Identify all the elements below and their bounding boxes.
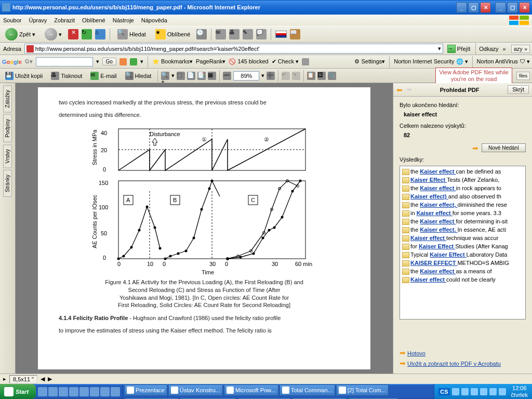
go-button[interactable]: →Přejít [445,45,473,53]
dropdown-icon[interactable]: ▾ [438,45,441,52]
links-chevron-icon[interactable]: » [503,46,506,52]
status-right-icon[interactable]: ▶ [48,376,52,382]
azy-button[interactable]: azy » [511,45,530,53]
tray-icon-5[interactable] [489,388,497,395]
tray-icon-3[interactable] [471,388,478,395]
result-item[interactable]: Kaiser Effect Tests (After Zelanko, [401,176,524,184]
bookmarks-button[interactable]: ⭐ Bookmarks▾ [152,58,193,65]
link-hotovo[interactable]: Hotovo [407,350,425,356]
menu-soubor[interactable]: Soubor [3,17,21,23]
pagerank-button[interactable]: PageRank▾ [196,58,225,65]
zoom-out-icon[interactable]: ➖ [223,72,231,80]
select-icon[interactable]: ⬚ [177,72,185,80]
search-button[interactable]: 🔍Hledat [114,28,149,41]
result-item[interactable]: the Kaiser effect for determining in-sit [401,217,524,225]
tray-icon-6[interactable] [499,388,506,395]
home-icon[interactable]: ⌂ [95,29,105,39]
task-button[interactable]: [2] Total Com... [336,384,389,396]
maximize-button[interactable]: ▢ [468,2,479,13]
continuous-icon[interactable]: 📑 [197,72,206,80]
next-view-icon[interactable]: ↷ [292,72,300,80]
google-go-button[interactable]: Go [102,58,116,65]
status-arrow-icon[interactable]: ▸ [3,376,6,382]
result-item[interactable]: KAISER EFFECT METHOD=S AMBIG [401,259,524,267]
zoom-in2-icon[interactable]: ➕ [267,72,275,80]
ql-icon-6[interactable] [90,387,99,396]
tray-icon-4[interactable] [480,388,487,395]
minimize2-button[interactable]: _ [495,2,506,13]
result-item[interactable]: the Kaiser effect as a means of [401,267,524,275]
start-button[interactable]: Start [0,384,36,399]
task-button[interactable]: Ústav Konstru... [168,384,223,396]
menu-zobrazit[interactable]: Zobrazit [54,17,75,23]
menu-nastroje[interactable]: Nástroje [113,17,134,23]
result-item[interactable]: Typical Kaiser Effect Laboratory Data [401,250,524,259]
g-icon2[interactable] [130,58,137,65]
clock[interactable]: 12:06čtvrtek [511,385,528,397]
result-item[interactable]: the Kaiser effect. In essence, AE acti [401,225,524,234]
menu-napoveda[interactable]: Nápověda [141,17,167,23]
prev-view-icon[interactable]: ↶ [282,72,290,80]
task-button[interactable]: Microsoft Pow... [224,384,278,396]
minimize-button[interactable]: _ [456,2,467,13]
task-button[interactable]: Prezentace [124,384,167,396]
files-button[interactable]: files [516,72,530,80]
edit-icon[interactable]: ✎ [243,29,253,39]
ql-icon-3[interactable] [59,387,68,396]
search-back-icon[interactable]: ⬅ [396,86,403,94]
discuss-icon[interactable]: 💬 [256,29,267,39]
email-button[interactable]: ✉E-mail [87,70,119,82]
adobe-ad[interactable]: View Adobe PDF files whileyou're on the … [435,68,512,84]
address-field[interactable]: ▾ [24,44,443,54]
tray-icon-1[interactable] [452,388,459,395]
ql-icon-1[interactable] [38,387,47,396]
facing-icon[interactable]: ▦ [208,72,216,80]
norton-av-button[interactable]: Norton AntiVirus 🛡 ▾ [477,58,530,65]
close2-button[interactable]: ✕ [519,2,530,13]
ql-icon-4[interactable] [69,387,78,396]
tool1-icon[interactable]: 🖼 [317,72,326,80]
tab-vrstvy[interactable]: Vrstvy [3,144,12,168]
g-icon1[interactable] [119,58,127,65]
favorites-button[interactable]: ★Oblíbené [152,28,194,41]
ql-icon-7[interactable] [100,387,110,396]
result-item[interactable]: Kaiser effect) and also observed th [401,192,524,201]
flag-cz-icon[interactable] [275,31,287,38]
result-item[interactable]: Kaiser effect could not be clearly [401,275,524,284]
rotate-icon[interactable]: 📋 [307,72,315,80]
task-button[interactable]: Total Comman... [280,384,335,396]
zoom-input[interactable] [233,71,259,81]
close-button[interactable]: ✕ [480,2,491,13]
refresh-icon[interactable]: ↻ [82,29,92,39]
norton-is-button[interactable]: Norton Internet Security 🌐 ▾ [394,58,468,65]
result-item[interactable]: for Kaiser Effect Studies (After Kanag [401,242,524,250]
blocked-button[interactable]: 🚫 145 blocked [229,58,268,65]
new-search-button[interactable]: Nové hledání [482,143,526,152]
print-button[interactable]: 🖶Tisknout [48,70,85,82]
tab-zalozky[interactable]: Záložky [3,85,12,112]
links-label[interactable]: Odkazy [479,46,498,52]
menu-upravy[interactable]: Úpravy [29,17,47,23]
check-button[interactable]: ✔ Check ▾ [272,58,299,65]
lang-indicator[interactable]: CS [438,388,449,395]
history-icon[interactable]: 🕒 [196,29,207,39]
g-icon3[interactable] [302,58,309,65]
result-item[interactable]: the Kaiser effect in rock appears to [401,184,524,192]
tool2-icon[interactable]: 📎 [328,72,336,80]
book-icon[interactable]: 📖 [290,29,300,39]
tab-podpisy[interactable]: Podpisy [3,114,12,142]
ql-icon-2[interactable] [48,387,58,396]
tab-stranky[interactable]: Stránky [3,170,12,197]
save-copy-button[interactable]: 💾Uložit kopii [2,70,46,82]
search-results[interactable]: the Kaiser effect can be defined asKaise… [400,166,526,320]
result-item[interactable]: the Kaiser effect, diminished the rese [401,201,524,209]
ql-icon-5[interactable] [79,387,89,396]
hide-button[interactable]: Skrýt [508,85,529,94]
status-left-icon[interactable]: ◀ [41,376,45,382]
result-item[interactable]: in Kaiser effect for some years. 3.3 [401,209,524,217]
pdf-viewport[interactable]: two cycles increased markedly at the pre… [16,83,393,374]
ql-icon-8[interactable] [111,387,120,396]
settings-button[interactable]: ⚙ Settings▾ [354,58,385,65]
address-input[interactable] [35,46,436,52]
result-item[interactable]: Kaiser effect technique was accur [401,234,524,242]
